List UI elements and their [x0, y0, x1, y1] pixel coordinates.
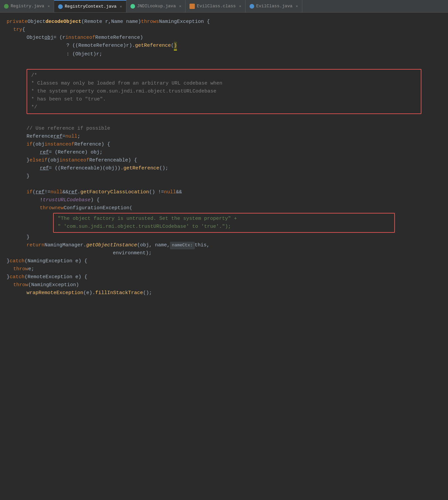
string-codebase: " 'com.sun.jndi.rmi.object.trustURLCodeb…: [58, 224, 231, 229]
null-kw-2: null: [50, 188, 62, 196]
code-line-if-1: if (obj instanceof Reference) {: [0, 141, 448, 149]
tab-icon-registry: [4, 4, 9, 9]
and-2: &&: [176, 188, 182, 196]
hint-this: this,: [195, 241, 210, 249]
var-ref-1: ref: [53, 133, 62, 141]
kw-if-2: if: [41, 156, 47, 164]
assign-cast-2: = ((Referenceable)(obj)).: [49, 164, 123, 172]
tab-icon-evilclass-java: [250, 4, 254, 9]
assign-null: =: [62, 133, 65, 141]
paren-catch-1: (NamingException e) {: [25, 257, 87, 265]
code-line-env: environment);: [0, 249, 448, 257]
method-getobjectinstance: getObjectInstance: [86, 241, 137, 249]
brace-close-if-2: }: [27, 233, 30, 241]
paren-getref: (: [171, 42, 174, 50]
code-line-ref: Reference ref = null ;: [0, 133, 448, 141]
tab-label-evilclass-java: EvilClass.java: [256, 4, 292, 9]
tab-close-registrycontext[interactable]: ✕: [120, 4, 122, 9]
semicolon-1: ;: [77, 133, 80, 141]
kw-if-3: if: [27, 188, 33, 196]
tab-icon-registrycontext: [58, 4, 63, 9]
paren-getfactory: () !=: [149, 188, 164, 196]
var-ref-5: ref: [68, 188, 77, 196]
code-line-try: try {: [0, 26, 448, 34]
method-fillstack: fillInStackTrace: [95, 289, 143, 297]
comment-use-ref: // Use reference if possible: [27, 125, 110, 133]
not-operator: !: [40, 196, 43, 204]
paren-close-if2: ) {: [91, 196, 100, 204]
string-line-2: " 'com.sun.jndi.rmi.object.trustURLCodeb…: [58, 223, 390, 231]
colon: : (Object)r;: [66, 50, 102, 58]
code-editor: private Object decodeObject ( Remote r, …: [0, 13, 448, 302]
code-line-ref-assign-2: ref = ((Referenceable)(obj)). getReferen…: [0, 164, 448, 172]
type-remoteref: RemoteReference): [95, 34, 143, 42]
tab-close-evilclass-class[interactable]: ✕: [239, 4, 241, 8]
blank-3: [0, 180, 448, 188]
blank-1: [0, 58, 448, 66]
type-reference-2: Reference) {: [74, 141, 110, 149]
kw-throw-3: throw: [13, 281, 28, 289]
tab-label-registrycontext: RegistryContext.java: [65, 4, 116, 9]
paren-fill: ();: [143, 289, 152, 297]
kw-if-1: if: [27, 141, 33, 149]
comment-block-red-border: /* * Classes may only be loaded from an …: [27, 69, 421, 114]
tab-registry[interactable]: Registry.java ✕: [0, 0, 54, 12]
tab-bar: Registry.java ✕ RegistryContext.java ✕ J…: [0, 0, 448, 13]
and-1: &&: [62, 188, 68, 196]
code-line-catch-1: } catch (NamingException e) {: [0, 257, 448, 265]
method-wrap: wrapRemoteException: [27, 289, 83, 297]
kw-try: try: [13, 26, 22, 34]
code-line-throw-e: throw e;: [0, 265, 448, 273]
kw-catch-2: catch: [10, 273, 25, 281]
tab-close-jndilookup[interactable]: ✕: [179, 4, 182, 8]
tab-evilclass-class[interactable]: EvilClass.class ✕: [186, 0, 246, 12]
brace-close-try: }: [7, 257, 10, 265]
kw-return: return: [27, 241, 44, 249]
paren-if-2: (: [33, 188, 36, 196]
paren-catch-2: (RemoteException e) {: [25, 273, 87, 281]
comment-line-1: /*: [31, 72, 417, 80]
comment-line-3: * the system property com.sun.jndi.rmi.o…: [31, 88, 417, 95]
assign: = (r: [53, 34, 65, 42]
code-line-brace-close-2: }: [0, 233, 448, 241]
null-keyword: null: [65, 133, 77, 141]
null-kw-3: null: [164, 188, 176, 196]
tab-jndilookup[interactable]: JNDILookup.java ✕: [126, 0, 186, 12]
closing-paren-highlighted: ): [174, 42, 177, 50]
space-throw-e: e;: [28, 265, 34, 273]
var-trusturlcodebase: trustURLCodebase: [43, 196, 91, 204]
paren-return: (obj, name,: [137, 241, 170, 249]
method-getfactory: getFactoryClassLocation: [80, 188, 149, 196]
tab-evilclass-java[interactable]: EvilClass.java ✕: [246, 0, 302, 12]
tab-label-registry: Registry.java: [11, 4, 44, 9]
paren-getref-2: ();: [159, 164, 168, 172]
paren-if-1: (obj: [33, 141, 44, 149]
tab-registrycontext[interactable]: RegistryContext.java ✕: [54, 0, 126, 12]
var-obj: obj: [44, 34, 53, 42]
tab-close-evilclass-java[interactable]: ✕: [296, 4, 298, 8]
var-ref-3: ref: [40, 164, 49, 172]
kw-instanceof-1: instanceof: [65, 34, 95, 42]
question-mark: ? ((RemoteReference)r).: [66, 42, 135, 50]
code-line-obj: Object obj = (r instanceof RemoteReferen…: [0, 34, 448, 42]
code-line-ref-assign: ref = (Reference) obj;: [0, 149, 448, 156]
kw-throw-1: throw: [40, 204, 55, 212]
method-decodeobject: decodeObject: [45, 18, 81, 26]
kw-private: private: [7, 18, 28, 26]
code-line-ternary-false: : (Object)r;: [0, 50, 448, 58]
type-configex: ConfigurationException(: [64, 204, 132, 212]
tab-close-registry[interactable]: ✕: [47, 4, 50, 8]
brace-close-if: }: [27, 156, 30, 164]
hint-namectx: nameCtx:: [170, 242, 194, 249]
code-line-brace-close-1: }: [0, 172, 448, 180]
code-line-ternary-true: ? ((RemoteReference)r). getReference ( ): [0, 42, 448, 50]
type-object-2: Object: [27, 34, 44, 42]
neq-null-1: !=: [44, 188, 50, 196]
code-line-return: return NamingManager. getObjectInstance …: [0, 241, 448, 249]
kw-throws: throws: [141, 18, 159, 26]
tab-label-jndilookup: JNDILookup.java: [137, 4, 176, 9]
comment-line-4: * has been set to "true".: [31, 95, 417, 103]
var-ref-4: ref: [36, 188, 44, 196]
kw-else: else: [30, 156, 41, 164]
comment-line-5: */: [31, 103, 417, 111]
